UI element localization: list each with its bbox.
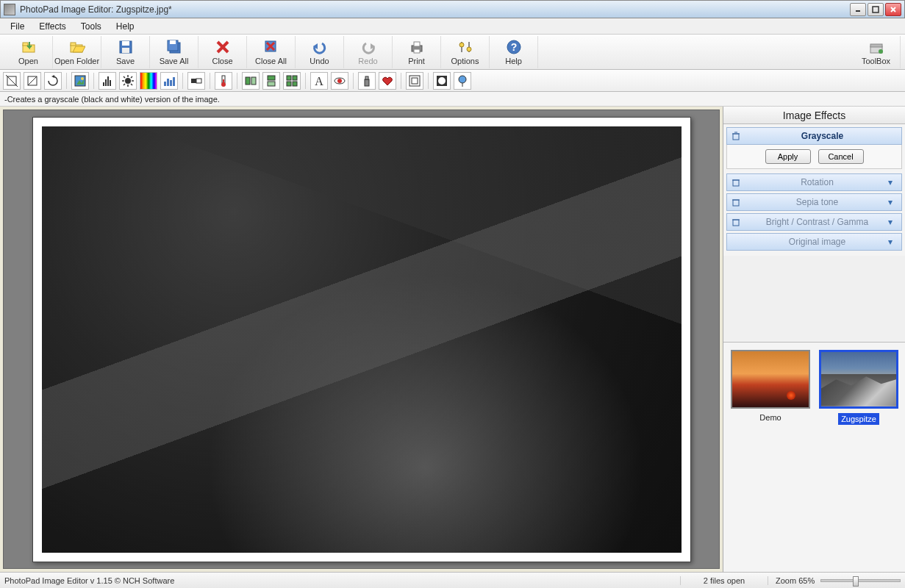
svg-text:A: A — [315, 75, 323, 87]
border-tool[interactable] — [406, 72, 423, 90]
hue-tool[interactable] — [140, 72, 157, 90]
thumb-zugspitze-label: Zugspitze — [838, 413, 879, 425]
color-tool[interactable] — [71, 72, 89, 90]
window-title: PhotoPad Image Editor: Zugspitze.jpg* — [20, 4, 850, 15]
border-icon — [409, 75, 421, 87]
menu-file[interactable]: File — [4, 20, 30, 33]
workspace: Image Effects Grayscale Apply Cancel Rot… — [0, 107, 905, 572]
effect-sepia[interactable]: Sepia tone ▾ — [726, 193, 902, 211]
trash-icon[interactable] — [730, 130, 742, 142]
thumb-zugspitze[interactable]: Zugspitze — [819, 350, 898, 425]
menu-help[interactable]: Help — [110, 20, 140, 33]
minimize-button[interactable] — [850, 3, 866, 16]
maximize-button[interactable] — [868, 3, 884, 16]
open-button[interactable]: Open — [4, 36, 53, 68]
svg-rect-85 — [733, 180, 739, 186]
svg-line-52 — [131, 76, 132, 78]
thermometer-icon — [218, 75, 229, 87]
svg-point-80 — [459, 76, 466, 83]
svg-rect-9 — [122, 41, 129, 46]
hint-bar: -Creates a grayscale (black and white) v… — [0, 92, 905, 107]
svg-point-26 — [459, 43, 464, 47]
trash-icon[interactable] — [730, 196, 742, 208]
close-button[interactable]: Close — [198, 36, 247, 68]
grid-tool[interactable] — [283, 72, 301, 90]
heart-tool[interactable] — [379, 72, 396, 90]
svg-rect-41 — [103, 82, 104, 86]
print-button[interactable]: Print — [393, 36, 441, 68]
negative-icon — [190, 75, 202, 87]
effect-original[interactable]: Original image ▾ — [726, 233, 902, 251]
levels-tool[interactable] — [99, 72, 116, 90]
thumbnails-panel: Demo Zugspitze — [723, 342, 905, 572]
save-button[interactable]: Save — [101, 36, 150, 68]
levels-icon — [101, 75, 113, 87]
svg-line-53 — [124, 84, 125, 85]
spray-icon — [361, 75, 373, 87]
apply-button[interactable]: Apply — [765, 149, 811, 164]
svg-rect-10 — [122, 48, 129, 53]
save-all-button[interactable]: Save All — [150, 36, 198, 68]
temperature-tool[interactable] — [215, 72, 232, 90]
svg-rect-57 — [173, 77, 175, 86]
thumb-demo[interactable]: Demo — [731, 350, 810, 422]
side-panel: Image Effects Grayscale Apply Cancel Rot… — [723, 107, 905, 572]
balloon-tool[interactable] — [454, 72, 471, 90]
vignette-tool[interactable] — [433, 72, 451, 90]
undo-button[interactable]: Undo — [296, 36, 344, 68]
chevron-down-icon: ▾ — [888, 197, 898, 207]
options-icon — [457, 39, 473, 55]
flip-h-tool[interactable] — [242, 72, 260, 90]
redo-icon — [360, 39, 376, 55]
redo-button[interactable]: Redo — [344, 36, 393, 68]
effect-grayscale[interactable]: Grayscale — [726, 127, 902, 145]
folder-icon — [69, 39, 85, 55]
svg-rect-64 — [251, 77, 256, 85]
svg-rect-44 — [110, 80, 111, 86]
rotate-tool[interactable] — [44, 72, 62, 90]
trash-icon[interactable] — [730, 216, 742, 228]
svg-point-32 — [879, 49, 883, 54]
negative-tool[interactable] — [187, 72, 205, 90]
flip-v-icon — [265, 75, 277, 87]
effects-panel-title: Image Effects — [723, 107, 905, 124]
zoom-slider[interactable] — [820, 579, 901, 582]
close-all-button[interactable]: Close All — [247, 36, 296, 68]
crop-tool[interactable] — [3, 72, 21, 90]
svg-rect-22 — [414, 42, 420, 46]
resize-tool[interactable] — [24, 72, 41, 90]
menu-tools[interactable]: Tools — [75, 20, 107, 33]
svg-rect-87 — [733, 200, 739, 206]
zoom-slider-handle[interactable] — [853, 576, 859, 587]
undo-icon — [312, 39, 328, 55]
options-button[interactable]: Options — [441, 36, 490, 68]
toolbox-icon — [868, 39, 884, 55]
svg-point-40 — [81, 77, 84, 80]
redeye-tool[interactable] — [331, 72, 348, 90]
help-button[interactable]: ? Help — [490, 36, 538, 68]
trash-icon[interactable] — [730, 176, 742, 188]
chevron-down-icon: ▾ — [888, 237, 898, 247]
spray-tool[interactable] — [358, 72, 376, 90]
text-tool[interactable]: A — [310, 72, 328, 90]
menu-effects[interactable]: Effects — [33, 20, 71, 33]
svg-rect-5 — [23, 43, 28, 46]
close-window-button[interactable] — [885, 3, 901, 16]
help-icon: ? — [506, 39, 522, 55]
canvas-area[interactable] — [3, 110, 720, 569]
effect-rotation[interactable]: Rotation ▾ — [726, 173, 902, 191]
svg-point-79 — [438, 77, 446, 85]
brightness-tool[interactable] — [119, 72, 137, 90]
svg-rect-69 — [287, 82, 291, 86]
flip-v-tool[interactable] — [262, 72, 280, 90]
open-folder-button[interactable]: Open Folder — [53, 36, 101, 68]
text-icon: A — [313, 75, 325, 87]
svg-rect-23 — [414, 49, 420, 53]
svg-point-45 — [125, 78, 131, 84]
cancel-button[interactable]: Cancel — [818, 149, 864, 164]
status-files-open: 2 files open — [680, 576, 768, 585]
histogram-tool[interactable] — [160, 72, 178, 90]
toolbox-button[interactable]: ToolBox — [852, 36, 901, 68]
svg-rect-13 — [170, 40, 176, 44]
effect-bcg[interactable]: Bright / Contrast / Gamma ▾ — [726, 213, 902, 231]
